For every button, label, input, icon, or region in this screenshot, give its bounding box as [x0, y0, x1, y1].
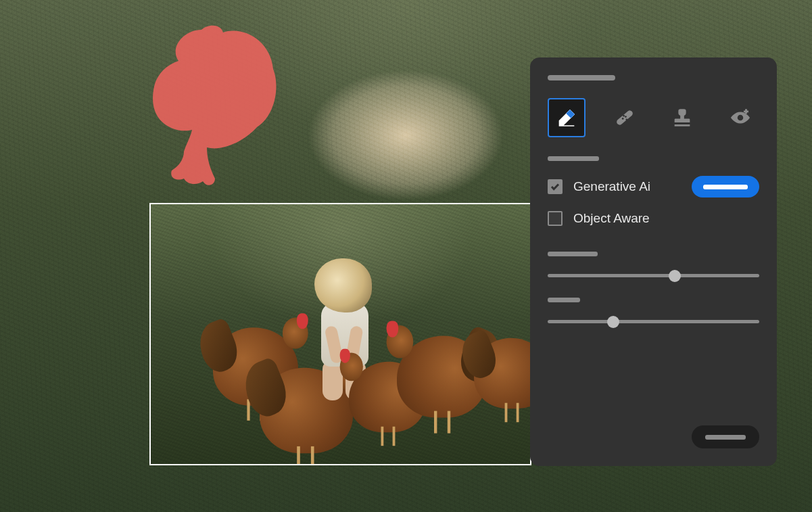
- eraser-tool[interactable]: [548, 98, 586, 137]
- svg-point-4: [625, 118, 627, 120]
- mode-section-label: [548, 156, 599, 161]
- editing-canvas[interactable]: Generative Ai Object Aware: [0, 0, 812, 512]
- svg-rect-0: [615, 110, 634, 126]
- object-aware-option[interactable]: Object Aware: [548, 211, 759, 226]
- healing-brush-tool[interactable]: [606, 98, 644, 137]
- panel-action-button[interactable]: [692, 425, 759, 448]
- slider-2-label: [548, 298, 580, 302]
- chicken-illustration: [474, 338, 531, 409]
- svg-point-2: [625, 116, 627, 118]
- object-aware-label: Object Aware: [573, 211, 650, 226]
- checkbox-checked-icon: [548, 179, 563, 194]
- bandage-icon: [613, 106, 636, 129]
- checkbox-unchecked-icon: [548, 211, 563, 226]
- selection-mask-overlay: [142, 20, 284, 189]
- eye-plus-icon: [729, 106, 752, 129]
- slider-1-label: [548, 252, 598, 256]
- slider-2-thumb[interactable]: [607, 316, 619, 328]
- svg-point-3: [623, 115, 625, 117]
- clone-stamp-tool[interactable]: [664, 98, 702, 137]
- generative-ai-label: Generative Ai: [573, 179, 650, 194]
- stamp-icon: [671, 106, 694, 129]
- red-eye-tool[interactable]: [721, 98, 759, 137]
- result-preview-window: [149, 203, 531, 465]
- slider-2[interactable]: [548, 320, 759, 323]
- slider-1[interactable]: [548, 274, 759, 277]
- svg-point-1: [621, 118, 623, 120]
- eraser-icon: [555, 106, 578, 129]
- slider-1-thumb[interactable]: [669, 270, 681, 282]
- generative-ai-option[interactable]: Generative Ai: [548, 176, 759, 197]
- panel-title: [548, 75, 615, 80]
- generative-ai-badge[interactable]: [692, 176, 759, 197]
- tool-selector-row: [548, 98, 759, 137]
- healing-tools-panel: Generative Ai Object Aware: [530, 57, 777, 466]
